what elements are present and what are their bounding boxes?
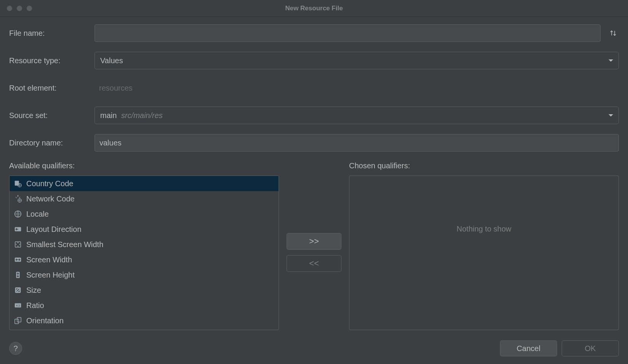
move-buttons: >> << bbox=[285, 174, 343, 330]
orientation-icon bbox=[13, 316, 22, 325]
file-name-input[interactable] bbox=[95, 24, 601, 42]
resource-type-label: Resource type: bbox=[9, 56, 95, 65]
minimize-window-button[interactable] bbox=[17, 6, 22, 11]
cancel-button[interactable]: Cancel bbox=[500, 340, 557, 356]
footer-buttons: Cancel OK bbox=[500, 340, 619, 356]
available-qualifiers-list[interactable]: Country CodeNetwork CodeLocaleLayout Dir… bbox=[9, 176, 279, 330]
zoom-window-button[interactable] bbox=[27, 6, 32, 11]
available-qualifiers-col: Available qualifiers: Country CodeNetwor… bbox=[9, 161, 279, 330]
screen-width-icon bbox=[13, 255, 22, 264]
svg-rect-6 bbox=[15, 242, 21, 247]
qualifier-item-label: Layout Direction bbox=[26, 225, 82, 234]
source-set-primary: main bbox=[100, 111, 117, 120]
qualifier-item-label: Size bbox=[26, 286, 41, 295]
source-set-value: main src/main/res bbox=[100, 111, 163, 120]
source-set-label: Source set: bbox=[9, 111, 95, 120]
svg-point-2 bbox=[18, 195, 19, 196]
qualifier-item-label: Network Code bbox=[26, 195, 75, 203]
network-code-icon bbox=[13, 194, 22, 203]
available-qualifiers-label: Available qualifiers: bbox=[9, 161, 279, 170]
chevron-down-icon bbox=[609, 114, 613, 117]
qualifier-item[interactable]: Orientation bbox=[10, 313, 279, 328]
remove-qualifier-button[interactable]: << bbox=[287, 255, 341, 272]
qualifier-item[interactable]: Network Code bbox=[10, 191, 279, 206]
qualifier-item-label: Screen Height bbox=[26, 271, 75, 279]
qualifier-item[interactable]: Country Code bbox=[10, 176, 279, 191]
qualifier-item-label: Ratio bbox=[26, 301, 44, 310]
title-bar: New Resource File bbox=[0, 0, 628, 17]
qualifiers-section: Available qualifiers: Country CodeNetwor… bbox=[9, 161, 619, 330]
smallest-width-icon bbox=[13, 240, 22, 249]
resource-type-row: Resource type: Values bbox=[9, 52, 619, 69]
resource-type-value: Values bbox=[100, 56, 123, 65]
chevron-down-icon bbox=[609, 59, 613, 62]
footer: ? Cancel OK bbox=[9, 340, 619, 356]
close-window-button[interactable] bbox=[7, 6, 12, 11]
file-name-row: File name: bbox=[9, 24, 619, 42]
chosen-qualifiers-list[interactable]: Nothing to show bbox=[349, 176, 619, 330]
country-code-icon bbox=[13, 179, 22, 188]
help-button[interactable]: ? bbox=[9, 342, 22, 355]
nothing-to-show-text: Nothing to show bbox=[457, 225, 511, 233]
qualifier-item-label: Smallest Screen Width bbox=[26, 240, 103, 249]
qualifier-item-label: Locale bbox=[26, 210, 49, 219]
svg-rect-13 bbox=[17, 318, 21, 322]
ok-button[interactable]: OK bbox=[562, 340, 619, 356]
qualifier-item[interactable]: Layout Direction bbox=[10, 222, 279, 237]
directory-name-input[interactable] bbox=[95, 134, 619, 152]
qualifier-item[interactable]: Screen Width bbox=[10, 252, 279, 267]
qualifier-item-label: Orientation bbox=[26, 316, 64, 325]
screen-height-icon bbox=[13, 270, 22, 279]
root-element-row: Root element: bbox=[9, 79, 619, 97]
qualifier-item[interactable]: 4:3Ratio bbox=[10, 298, 279, 313]
chosen-qualifiers-label: Chosen qualifiers: bbox=[349, 161, 619, 170]
chosen-qualifiers-col: Chosen qualifiers: Nothing to show bbox=[349, 161, 619, 330]
qualifier-item-label: Screen Width bbox=[26, 255, 72, 264]
add-qualifier-button[interactable]: >> bbox=[287, 233, 341, 250]
resource-type-dropdown[interactable]: Values bbox=[95, 52, 619, 69]
size-icon bbox=[13, 286, 22, 295]
qualifier-item[interactable]: Smallest Screen Width bbox=[10, 237, 279, 252]
root-element-label: Root element: bbox=[9, 84, 95, 93]
qualifier-item[interactable]: Screen Height bbox=[10, 267, 279, 283]
content-area: File name: Resource type: Values Root el… bbox=[0, 17, 628, 338]
svg-text:4:3: 4:3 bbox=[16, 304, 20, 307]
qualifier-item-label: Country Code bbox=[26, 179, 73, 188]
file-name-label: File name: bbox=[9, 29, 95, 38]
qualifier-item[interactable]: Size bbox=[10, 283, 279, 298]
layout-direction-icon bbox=[13, 225, 22, 234]
source-set-row: Source set: main src/main/res bbox=[9, 107, 619, 124]
svg-rect-0 bbox=[15, 181, 19, 186]
source-set-secondary: src/main/res bbox=[121, 111, 163, 120]
root-element-input bbox=[95, 79, 619, 97]
svg-rect-12 bbox=[15, 319, 19, 324]
locale-icon bbox=[13, 209, 22, 219]
traffic-lights bbox=[0, 6, 32, 11]
directory-name-row: Directory name: bbox=[9, 134, 619, 152]
ratio-icon: 4:3 bbox=[13, 301, 22, 310]
sort-toggle-icon[interactable] bbox=[607, 29, 619, 37]
directory-name-label: Directory name: bbox=[9, 139, 95, 147]
qualifier-item[interactable]: Locale bbox=[10, 206, 279, 222]
source-set-dropdown[interactable]: main src/main/res bbox=[95, 107, 619, 124]
dialog-title: New Resource File bbox=[285, 5, 343, 12]
